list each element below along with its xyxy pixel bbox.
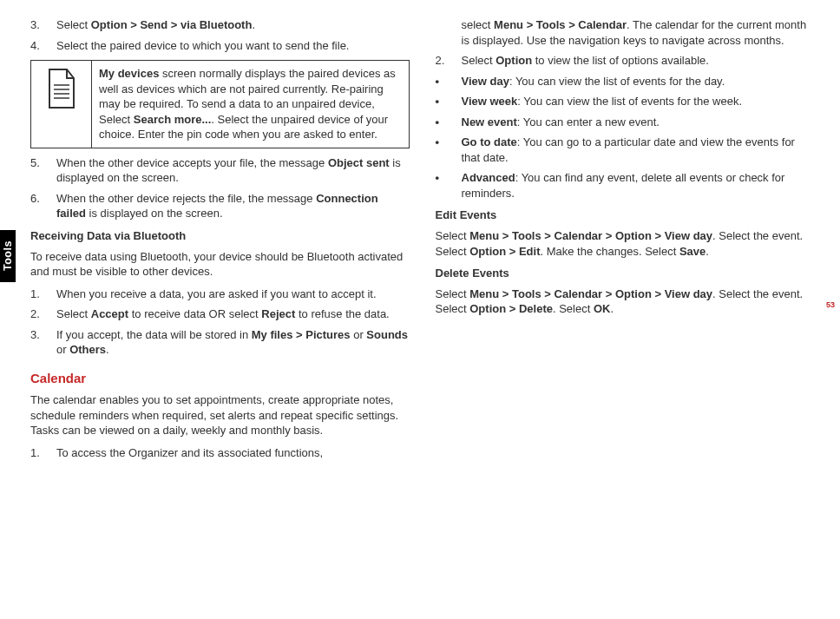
text: . xyxy=(705,245,709,258)
text: to receive data OR select xyxy=(128,307,261,320)
list-text: When the other device rejects the file, … xyxy=(56,191,410,221)
bold: Object sent xyxy=(328,156,390,169)
bold: My devices xyxy=(99,67,159,80)
bold: View week xyxy=(462,95,518,108)
page-number: 53 xyxy=(826,300,835,310)
list-text: When the other device accepts your file,… xyxy=(56,155,410,186)
subheading-delete-events: Delete Events xyxy=(436,266,815,281)
bold: Option > Send > via Bluetooth xyxy=(91,18,253,31)
list-number: 4. xyxy=(30,38,56,54)
bullet-text: Go to date: You can go to a particular d… xyxy=(462,135,815,165)
list-item: 2. Select Option to view the list of opt… xyxy=(436,53,815,69)
text: . xyxy=(106,343,109,356)
section-heading-calendar: Calendar xyxy=(30,370,410,387)
bold: Option > Delete xyxy=(469,302,553,315)
text: Select xyxy=(436,229,470,242)
list-item: 3. If you accept, the data will be store… xyxy=(30,327,410,358)
paragraph: Select Menu > Tools > Calendar > Option … xyxy=(436,286,815,317)
list-item: 4. Select the paired device to which you… xyxy=(30,38,410,54)
text: : You can view the list of events for th… xyxy=(517,95,742,108)
text: When the other device accepts your file,… xyxy=(56,156,328,169)
bold: Accept xyxy=(91,307,128,320)
text: or xyxy=(351,328,367,341)
side-tab: Tools xyxy=(0,230,16,282)
list-item: 1. When you receive a data, you are aske… xyxy=(30,286,410,302)
bold: Menu > Tools > Calendar xyxy=(494,18,627,31)
text: Select xyxy=(56,307,91,320)
list-number: 5. xyxy=(30,155,56,186)
paragraph: Select Menu > Tools > Calendar > Option … xyxy=(436,228,815,259)
list-number: 1. xyxy=(30,445,56,461)
bullet-item: • View week: You can view the list of ev… xyxy=(436,94,815,109)
list-text: select Menu > Tools > Calendar. The cale… xyxy=(462,17,815,48)
bullet-icon: • xyxy=(436,170,462,201)
bold: Sounds xyxy=(366,328,408,341)
text: select xyxy=(462,18,495,31)
right-column: select Menu > Tools > Calendar. The cale… xyxy=(436,17,815,465)
paragraph: To receive data using Bluetooth, your de… xyxy=(30,249,410,280)
list-text: Select the paired device to which you wa… xyxy=(56,38,410,54)
text: : You can view the list of events for th… xyxy=(509,75,725,88)
list-item: 6. When the other device rejects the fil… xyxy=(30,191,410,221)
list-item: 1. To access the Organizer and its assoc… xyxy=(30,445,410,461)
bold: My files > Pictures xyxy=(252,328,351,341)
document-icon xyxy=(44,68,79,109)
bold: New event xyxy=(462,115,517,128)
paragraph: The calendar enables you to set appointm… xyxy=(30,392,410,438)
note-box: My devices screen normally displays the … xyxy=(30,60,410,148)
page-content: 3. Select Option > Send > via Bluetooth.… xyxy=(0,0,840,483)
list-item: select Menu > Tools > Calendar. The cale… xyxy=(436,17,815,48)
list-text: To access the Organizer and its associat… xyxy=(56,445,410,461)
text: . xyxy=(252,18,255,31)
bullet-item: • Advanced: You can find any event, dele… xyxy=(436,170,815,201)
text: to view the list of options available. xyxy=(532,54,709,67)
bullet-item: • New event: You can enter a new event. xyxy=(436,115,815,130)
bold: Save xyxy=(679,245,705,258)
text: : You can enter a new event. xyxy=(517,115,660,128)
text: or xyxy=(56,343,69,356)
list-number: 2. xyxy=(30,306,56,322)
list-number: 3. xyxy=(30,327,56,358)
bullet-text: View week: You can view the list of even… xyxy=(462,94,815,109)
bullet-item: • View day: You can view the list of eve… xyxy=(436,74,815,89)
bold: View day xyxy=(462,75,509,88)
bullet-icon: • xyxy=(436,135,462,165)
list-number: 3. xyxy=(30,17,56,33)
bold: Go to date xyxy=(462,135,517,148)
left-column: 3. Select Option > Send > via Bluetooth.… xyxy=(30,17,410,465)
text: If you accept, the data will be stored i… xyxy=(56,328,252,341)
text: When the other device rejects the file, … xyxy=(56,192,316,205)
bullet-text: New event: You can enter a new event. xyxy=(462,115,815,130)
bold: OK xyxy=(594,302,611,315)
bold: Menu > Tools > Calendar > Option > View … xyxy=(469,287,712,300)
note-icon-cell xyxy=(31,61,92,148)
bold: Option xyxy=(495,54,532,67)
text: . Select xyxy=(553,302,594,315)
text: . xyxy=(610,302,614,315)
list-text: Select Option to view the list of option… xyxy=(462,53,815,69)
text: Select xyxy=(56,18,91,31)
list-item: 2. Select Accept to receive data OR sele… xyxy=(30,306,410,322)
bullet-text: Advanced: You can find any event, delete… xyxy=(462,170,815,201)
bullet-icon: • xyxy=(436,115,462,130)
bold: Others xyxy=(69,343,106,356)
text: Select xyxy=(436,287,470,300)
bullet-text: View day: You can view the list of event… xyxy=(462,74,815,89)
bold: Reject xyxy=(261,307,295,320)
text: Select xyxy=(462,54,496,67)
bold: Search more... xyxy=(134,113,212,126)
list-text: Select Option > Send > via Bluetooth. xyxy=(56,17,410,33)
text: . Make the changes. Select xyxy=(541,245,679,258)
bullet-icon: • xyxy=(436,74,462,89)
list-item: 5. When the other device accepts your fi… xyxy=(30,155,410,186)
list-text: Select Accept to receive data OR select … xyxy=(56,306,410,322)
list-item: 3. Select Option > Send > via Bluetooth. xyxy=(30,17,410,33)
list-number: 6. xyxy=(30,191,56,221)
note-text: My devices screen normally displays the … xyxy=(92,61,409,148)
list-text: When you receive a data, you are asked i… xyxy=(56,286,410,302)
subheading-receiving: Receiving Data via Bluetooth xyxy=(30,228,410,244)
text: is displayed on the screen. xyxy=(86,207,223,220)
list-number: 1. xyxy=(30,286,56,302)
bold: Advanced xyxy=(462,171,515,184)
bold: Option > Edit xyxy=(469,245,540,258)
